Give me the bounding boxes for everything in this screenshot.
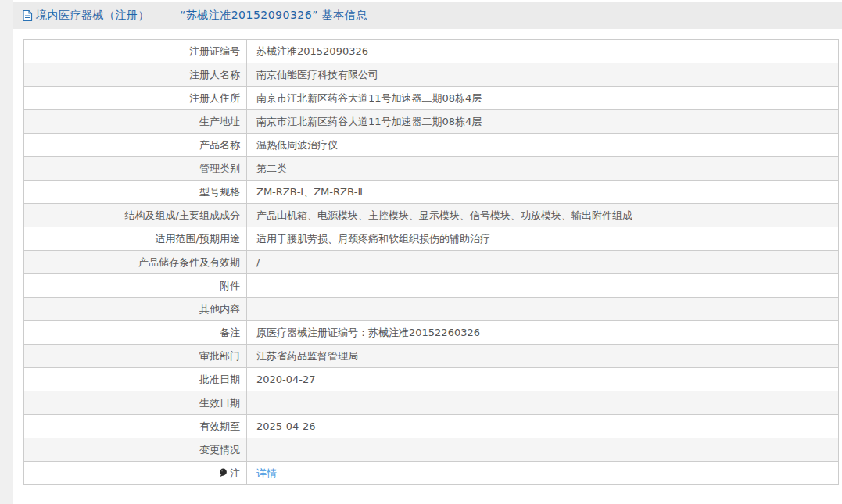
row-label: 备注: [220, 327, 240, 338]
row-label: 产品名称: [199, 139, 240, 151]
row-label-cell: 注册人住所: [24, 87, 247, 110]
row-label-cell: 管理类别: [24, 157, 247, 181]
row-value-cell: /: [247, 251, 839, 274]
row-label: 有效期至: [199, 420, 240, 432]
table-row: 注详情: [24, 462, 839, 485]
row-label: 生产地址: [199, 116, 240, 127]
row-label-cell: 注册人名称: [24, 63, 247, 87]
row-label-cell: 产品名称: [24, 134, 247, 157]
row-value-cell: 苏械注准20152090326: [247, 40, 839, 63]
row-value-cell: 温热低周波治疗仪: [247, 134, 839, 157]
content-panel: 境内医疗器械（注册） —— “苏械注准20152090326” 基本信息 注册证…: [13, 0, 842, 504]
row-value: 适用于腰肌劳损、肩颈疼痛和软组织损伤的辅助治疗: [256, 233, 490, 245]
table-row: 生产地址南京市江北新区药谷大道11号加速器二期08栋4层: [24, 110, 839, 134]
row-value: /: [256, 256, 260, 268]
row-value-cell: [247, 274, 839, 298]
row-value-cell: 适用于腰肌劳损、肩颈疼痛和软组织损伤的辅助治疗: [247, 227, 839, 251]
row-label: 批准日期: [199, 374, 240, 385]
row-value: 江苏省药品监督管理局: [256, 350, 358, 362]
row-label: 注: [230, 467, 240, 479]
row-value: ZM-RZB-Ⅰ、ZM-RZB-Ⅱ: [256, 186, 363, 198]
row-value: 温热低周波治疗仪: [256, 139, 338, 151]
row-value: 第二类: [256, 163, 287, 174]
table-row: 审批部门江苏省药品监督管理局: [24, 345, 839, 368]
row-label: 变更情况: [199, 444, 240, 456]
table-row: 管理类别第二类: [24, 157, 839, 181]
row-label: 适用范围/预期用途: [156, 233, 240, 245]
row-value-cell: 详情: [247, 462, 839, 485]
row-value-cell: 南京市江北新区药谷大道11号加速器二期08栋4层: [247, 87, 839, 110]
table-row: 生效日期: [24, 391, 839, 415]
row-value-cell: 南京市江北新区药谷大道11号加速器二期08栋4层: [247, 110, 839, 134]
info-table-body: 注册证编号苏械注准20152090326注册人名称南京仙能医疗科技有限公司注册人…: [24, 40, 839, 485]
row-label: 生效日期: [199, 397, 240, 409]
row-value-cell: 江苏省药品监督管理局: [247, 345, 839, 368]
row-label-cell: 生效日期: [24, 391, 247, 415]
row-value-cell: 第二类: [247, 157, 839, 181]
row-label-cell: 产品储存条件及有效期: [24, 251, 247, 274]
row-label-cell: 有效期至: [24, 415, 247, 438]
row-value: 2020-04-27: [256, 374, 316, 385]
row-value-cell: [247, 391, 839, 415]
row-label: 审批部门: [199, 350, 240, 362]
row-value-cell: 2025-04-26: [247, 415, 839, 438]
row-value-cell: [247, 438, 839, 462]
row-label-cell: 型号规格: [24, 181, 247, 204]
table-row: 型号规格ZM-RZB-Ⅰ、ZM-RZB-Ⅱ: [24, 181, 839, 204]
row-label-cell: 结构及组成/主要组成成分: [24, 204, 247, 227]
row-value-cell: 原医疗器械注册证编号：苏械注准20152260326: [247, 321, 839, 345]
registration-info-table-wrap: 注册证编号苏械注准20152090326注册人名称南京仙能医疗科技有限公司注册人…: [23, 39, 842, 485]
row-label: 附件: [220, 280, 240, 291]
row-label: 注册人住所: [189, 92, 240, 104]
row-value: 产品由机箱、电源模块、主控模块、显示模块、信号模块、功放模块、输出附件组成: [256, 209, 632, 221]
row-value: 南京仙能医疗科技有限公司: [256, 69, 378, 80]
row-value: 2025-04-26: [256, 420, 316, 432]
document-icon: [22, 9, 33, 22]
table-row: 结构及组成/主要组成成分产品由机箱、电源模块、主控模块、显示模块、信号模块、功放…: [24, 204, 839, 227]
row-label-cell: 注册证编号: [24, 40, 247, 63]
row-value: 南京市江北新区药谷大道11号加速器二期08栋4层: [256, 116, 482, 127]
table-row: 产品储存条件及有效期/: [24, 251, 839, 274]
row-label-cell: 附件: [24, 274, 247, 298]
row-label: 管理类别: [199, 163, 240, 174]
table-row: 适用范围/预期用途适用于腰肌劳损、肩颈疼痛和软组织损伤的辅助治疗: [24, 227, 839, 251]
row-label-cell: 审批部门: [24, 345, 247, 368]
row-label: 结构及组成/主要组成成分: [125, 209, 240, 221]
row-label-cell: 生产地址: [24, 110, 247, 134]
detail-link[interactable]: 详情: [256, 467, 277, 479]
note-balloon-icon: [219, 468, 228, 477]
row-value-cell: [247, 298, 839, 321]
row-label: 产品储存条件及有效期: [138, 256, 240, 268]
row-value: 苏械注准20152090326: [256, 45, 368, 57]
table-row: 批准日期2020-04-27: [24, 368, 839, 391]
page-title: 境内医疗器械（注册） —— “苏械注准20152090326” 基本信息: [36, 9, 367, 23]
row-value: 南京市江北新区药谷大道11号加速器二期08栋4层: [256, 92, 482, 104]
row-value-cell: 南京仙能医疗科技有限公司: [247, 63, 839, 87]
row-label: 注册证编号: [189, 45, 240, 57]
table-row: 备注原医疗器械注册证编号：苏械注准20152260326: [24, 321, 839, 345]
row-value-cell: 2020-04-27: [247, 368, 839, 391]
table-row: 其他内容: [24, 298, 839, 321]
row-label-cell: 备注: [24, 321, 247, 345]
table-row: 注册人名称南京仙能医疗科技有限公司: [24, 63, 839, 87]
page-header: 境内医疗器械（注册） —— “苏械注准20152090326” 基本信息: [13, 2, 842, 29]
row-value-cell: 产品由机箱、电源模块、主控模块、显示模块、信号模块、功放模块、输出附件组成: [247, 204, 839, 227]
table-row: 附件: [24, 274, 839, 298]
row-label: 注册人名称: [189, 69, 240, 80]
row-label: 型号规格: [199, 186, 240, 198]
table-row: 有效期至2025-04-26: [24, 415, 839, 438]
table-row: 注册人住所南京市江北新区药谷大道11号加速器二期08栋4层: [24, 87, 839, 110]
registration-info-table: 注册证编号苏械注准20152090326注册人名称南京仙能医疗科技有限公司注册人…: [23, 39, 839, 485]
row-value-cell: ZM-RZB-Ⅰ、ZM-RZB-Ⅱ: [247, 181, 839, 204]
table-row: 变更情况: [24, 438, 839, 462]
row-label-cell: 适用范围/预期用途: [24, 227, 247, 251]
table-row: 产品名称温热低周波治疗仪: [24, 134, 839, 157]
row-label-cell: 其他内容: [24, 298, 247, 321]
row-label-cell: 批准日期: [24, 368, 247, 391]
row-label-cell: 注: [24, 462, 247, 485]
table-row: 注册证编号苏械注准20152090326: [24, 40, 839, 63]
row-value: 原医疗器械注册证编号：苏械注准20152260326: [256, 327, 480, 338]
row-label: 其他内容: [199, 303, 240, 315]
row-label-cell: 变更情况: [24, 438, 247, 462]
